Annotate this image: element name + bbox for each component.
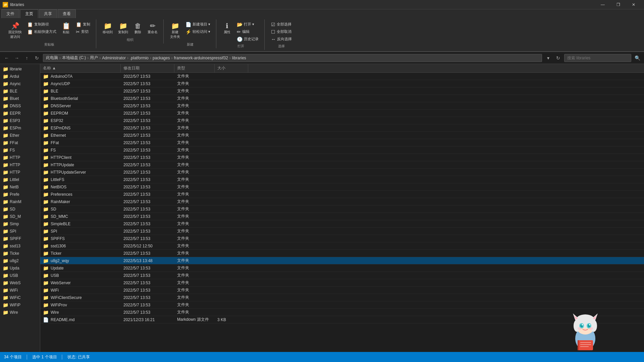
path-libraries[interactable]: libraries [232, 56, 246, 60]
tab-share[interactable]: 共享 [39, 9, 57, 18]
sidebar-item-11[interactable]: 📁FS [0, 146, 40, 154]
table-row[interactable]: 📁 BluetoothSerial 2022/5/7 13:53 文件夹 [40, 95, 644, 102]
tab-home[interactable]: 主页 [20, 9, 38, 18]
sidebar-item-3[interactable]: 📁BLE [0, 87, 40, 95]
table-row[interactable]: 📁 SPI 2022/5/7 13:53 文件夹 [40, 228, 644, 235]
forward-button[interactable]: → [13, 54, 21, 62]
col-header-name[interactable]: 名称 ▲ [40, 64, 121, 72]
table-row[interactable]: 📁 HTTPClient 2022/5/7 13:53 文件夹 [40, 154, 644, 161]
table-row[interactable]: 📁 ESPmDNS 2022/5/7 13:53 文件夹 [40, 124, 644, 132]
edit-button[interactable]: ✏ 编辑 [234, 28, 261, 35]
path-drive[interactable]: 本地磁盘 (C:) [62, 55, 86, 61]
select-all-button[interactable]: ☑ 全部选择 [269, 21, 294, 28]
path-packages[interactable]: packages [153, 56, 170, 60]
properties-button[interactable]: ℹ 属性 [220, 21, 234, 36]
table-row[interactable]: 📁 HTTPUpdate 2022/5/7 13:53 文件夹 [40, 161, 644, 169]
sidebar-item-17[interactable]: 📁Prefe [0, 191, 40, 198]
table-row[interactable]: 📁 Preferences 2022/5/7 13:53 文件夹 [40, 191, 644, 198]
table-row[interactable]: 📁 WiFiClientSecure 2022/5/7 13:53 文件夹 [40, 294, 644, 301]
sidebar-item-6[interactable]: 📁EEPR [0, 110, 40, 117]
table-row[interactable]: 📁 RainMaker 2022/5/7 13:53 文件夹 [40, 198, 644, 205]
sidebar-item-31[interactable]: 📁WiFiC [0, 294, 40, 301]
col-header-size[interactable]: 大小 [215, 64, 248, 72]
table-row[interactable]: 📁 USB 2022/5/7 13:53 文件夹 [40, 272, 644, 279]
table-row[interactable]: 📁 WiFi 2022/5/7 13:53 文件夹 [40, 287, 644, 294]
sidebar-item-5[interactable]: 📁DNSS [0, 102, 40, 110]
delete-button[interactable]: 🗑 删除 [131, 21, 145, 36]
tab-file[interactable]: 文件 [1, 9, 19, 18]
table-row[interactable]: 📁 FFat 2022/5/7 13:53 文件夹 [40, 139, 644, 146]
rename-button[interactable]: ✏ 重命名 [145, 21, 160, 36]
new-item-button[interactable]: 📄 新建项目 ▾ [183, 21, 213, 28]
table-row[interactable]: 📁 Ethernet 2022/5/7 13:53 文件夹 [40, 132, 644, 139]
sidebar-item-4[interactable]: 📁Bluet [0, 95, 40, 102]
path-pc[interactable]: 此电脑 [46, 55, 58, 61]
copy-path-button[interactable]: 📋 复制路径 [25, 21, 59, 28]
open-button[interactable]: 📂 打开 ▾ [234, 21, 261, 28]
sidebar-item-15[interactable]: 📁Littlel [0, 176, 40, 183]
copy-button[interactable]: 📋 复制 [73, 21, 93, 28]
path-platformio[interactable]: .platformio [130, 56, 149, 60]
sidebar-item-18[interactable]: 📁RainM [0, 198, 40, 205]
table-row[interactable]: 📁 AsyncUDP 2022/5/7 13:53 文件夹 [40, 80, 644, 87]
path-framework[interactable]: framework-arduinoespressif32 [174, 56, 228, 60]
maximize-button[interactable]: ❐ [610, 0, 626, 9]
table-row[interactable]: 📁 NetBIOS 2022/5/7 13:53 文件夹 [40, 183, 644, 191]
table-row[interactable]: 📁 FS 2022/5/7 13:53 文件夹 [40, 146, 644, 154]
minimize-button[interactable]: — [595, 0, 610, 9]
sidebar-item-10[interactable]: 📁FFat [0, 139, 40, 146]
sidebar-item-19[interactable]: 📁SD [0, 205, 40, 213]
table-row[interactable]: 📁 LittleFS 2022/5/7 13:53 文件夹 [40, 176, 644, 183]
table-row[interactable]: 📁 SD 2022/5/7 13:53 文件夹 [40, 205, 644, 213]
sidebar-item-25[interactable]: 📁Ticke [0, 250, 40, 257]
sidebar-item-28[interactable]: 📁USB [0, 272, 40, 279]
dropdown-button[interactable]: ▾ [544, 54, 552, 62]
table-row[interactable]: 📁 BLE 2022/5/7 13:53 文件夹 [40, 87, 644, 95]
back-button[interactable]: ← [3, 54, 11, 62]
pin-button[interactable]: 📌 固定到快速访问 [6, 21, 24, 41]
cut-button[interactable]: ✂ 剪切 [73, 28, 93, 35]
history-button[interactable]: 🕐 历史记录 [234, 36, 261, 43]
table-row[interactable]: 📁 WiFiProv 2022/5/7 13:53 文件夹 [40, 301, 644, 309]
paste-shortcut-button[interactable]: 📋 粘贴快捷方式 [25, 28, 59, 35]
search-input[interactable] [564, 54, 631, 62]
sidebar-item-30[interactable]: 📁WiFi [0, 287, 40, 294]
new-folder-button[interactable]: 📁 新建文件夹 [168, 21, 182, 41]
search-button[interactable]: 🔍 [633, 54, 641, 62]
sidebar-item-0[interactable]: 📁librarie [0, 65, 40, 73]
path-users[interactable]: 用户 [90, 55, 98, 61]
sidebar-item-27[interactable]: 📁Upda [0, 264, 40, 272]
table-row[interactable]: 📁 DNSServer 2022/5/7 13:53 文件夹 [40, 102, 644, 110]
table-row[interactable]: 📁 ESP32 2022/5/7 13:53 文件夹 [40, 117, 644, 124]
sidebar-item-23[interactable]: 📁SPIFF [0, 235, 40, 242]
deselect-all-button[interactable]: ☐ 全部取消 [269, 28, 294, 35]
sidebar-item-12[interactable]: 📁HTTP [0, 154, 40, 161]
move-to-button[interactable]: 📁 移动到 [100, 21, 115, 36]
table-row[interactable]: 📁 SPIFFS 2022/5/7 13:53 文件夹 [40, 235, 644, 242]
close-button[interactable]: ✕ [626, 0, 641, 9]
refresh2-button[interactable]: ↻ [554, 54, 562, 62]
sidebar-item-26[interactable]: 📁u8g2 [0, 257, 40, 264]
col-header-date[interactable]: 修改日期 [121, 64, 174, 72]
address-path[interactable]: 此电脑 › 本地磁盘 (C:) › 用户 › Administrator › .… [43, 54, 542, 62]
sidebar-item-20[interactable]: 📁SD_M [0, 213, 40, 220]
sidebar-item-1[interactable]: 📁Ardui [0, 73, 40, 80]
sidebar-item-33[interactable]: 📁Wire [0, 309, 40, 316]
sidebar-item-32[interactable]: 📁WiFiP [0, 301, 40, 309]
table-row[interactable]: 📁 EEPROM 2022/5/7 13:53 文件夹 [40, 110, 644, 117]
invert-select-button[interactable]: ↔ 反向选择 [269, 36, 294, 43]
path-admin[interactable]: Administrator [102, 56, 126, 60]
col-header-type[interactable]: 类型 [174, 64, 215, 72]
table-row[interactable]: 📁 Update 2022/5/7 13:53 文件夹 [40, 264, 644, 272]
sidebar-item-22[interactable]: 📁SPI [0, 228, 40, 235]
sidebar-item-16[interactable]: 📁NetB [0, 183, 40, 191]
easy-access-button[interactable]: ⚡ 轻松访问 ▾ [183, 28, 213, 35]
paste-button[interactable]: 📋 粘贴 [59, 21, 73, 36]
sidebar-item-14[interactable]: 📁HTTP [0, 169, 40, 176]
up-button[interactable]: ↑ [23, 54, 31, 62]
table-row[interactable]: 📁 WebServer 2022/5/7 13:53 文件夹 [40, 279, 644, 287]
table-row[interactable]: 📁 SimpleBLE 2022/5/7 13:53 文件夹 [40, 220, 644, 228]
sidebar-item-24[interactable]: 📁ssd13 [0, 242, 40, 250]
sidebar-item-29[interactable]: 📁WebS [0, 279, 40, 287]
copy-to-button[interactable]: 📁 复制到 [116, 21, 130, 36]
